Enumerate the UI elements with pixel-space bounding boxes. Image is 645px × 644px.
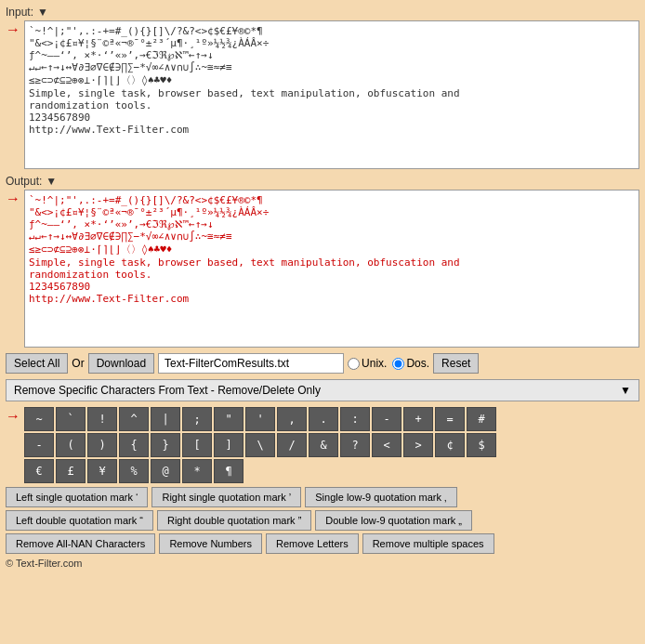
output-label: Output: ▼ xyxy=(6,175,639,188)
char-button[interactable]: : xyxy=(340,407,370,431)
char-button[interactable]: - xyxy=(24,433,54,457)
mode-dropdown-arrow: ▼ xyxy=(620,384,631,397)
toolbar: Select All Or Download Unix. Dos. Reset xyxy=(6,353,639,374)
action-button[interactable]: Remove Letters xyxy=(266,533,359,554)
select-all-button[interactable]: Select All xyxy=(6,353,68,374)
char-button[interactable]: ] xyxy=(214,433,244,457)
mode-dropdown-label: Remove Specific Characters From Text - R… xyxy=(14,384,321,397)
char-button[interactable]: & xyxy=(309,433,338,457)
unix-radio[interactable] xyxy=(348,358,360,370)
char-button[interactable]: £ xyxy=(56,459,86,483)
quote-button[interactable]: Right double quotation mark ” xyxy=(157,510,311,531)
char-button[interactable]: } xyxy=(151,433,180,457)
char-button[interactable]: ¥ xyxy=(87,459,117,483)
format-options: Unix. Dos. xyxy=(348,357,429,370)
quote-button[interactable]: Single low-9 quotation mark ‚ xyxy=(305,487,456,507)
char-row-3: €£¥%@*¶ xyxy=(24,459,639,483)
char-button[interactable]: ( xyxy=(56,433,86,457)
or-label: Or xyxy=(72,357,84,370)
quote-button[interactable]: Left double quotation mark “ xyxy=(6,510,153,531)
char-button[interactable]: { xyxy=(119,433,149,457)
char-button[interactable]: ~ xyxy=(24,407,54,431)
char-button[interactable]: - xyxy=(372,407,401,431)
dos-radio-label[interactable]: Dos. xyxy=(392,357,429,370)
download-button[interactable]: Download xyxy=(88,353,154,374)
char-button[interactable]: ^ xyxy=(119,407,149,431)
char-button[interactable]: $ xyxy=(467,433,496,457)
action-button[interactable]: Remove All-NAN Characters xyxy=(6,533,155,554)
input-dropdown-symbol[interactable]: ▼ xyxy=(37,6,48,19)
quote-button[interactable]: Left single quotation mark ‘ xyxy=(6,487,148,507)
char-button[interactable]: * xyxy=(182,459,212,483)
mode-dropdown[interactable]: Remove Specific Characters From Text - R… xyxy=(6,379,639,401)
char-button[interactable]: ¢ xyxy=(435,433,465,457)
quote-buttons-row1: Left single quotation mark ‘Right single… xyxy=(6,487,639,507)
action-button[interactable]: Remove Numbers xyxy=(159,533,262,554)
char-button[interactable]: ' xyxy=(245,407,275,431)
char-button[interactable]: + xyxy=(403,407,433,431)
char-row-1: ~`!^|;"',.:-+=# xyxy=(24,407,639,431)
char-button[interactable]: ` xyxy=(56,407,86,431)
char-button[interactable]: ) xyxy=(87,433,117,457)
char-button[interactable]: > xyxy=(403,433,433,457)
char-grid-wrapper: → ~`!^|;"',.:-+=# -(){}[]\/&?<>¢$ €£¥%@*… xyxy=(6,407,639,483)
char-button[interactable]: . xyxy=(309,407,338,431)
dos-radio[interactable] xyxy=(392,358,404,370)
char-button[interactable]: [ xyxy=(182,433,212,457)
char-grid: ~`!^|;"',.:-+=# -(){}[]\/&?<>¢$ €£¥%@*¶ xyxy=(24,407,639,483)
input-arrow: → xyxy=(6,22,20,37)
char-button[interactable]: ¶ xyxy=(214,459,244,483)
output-arrow: → xyxy=(6,191,20,206)
input-textarea[interactable] xyxy=(24,20,639,169)
char-button[interactable]: \ xyxy=(245,433,275,457)
copyright: © Text-Filter.com xyxy=(6,558,639,569)
char-button[interactable]: ! xyxy=(87,407,117,431)
filename-input[interactable] xyxy=(158,353,344,374)
quote-button[interactable]: Double low-9 quotation mark „ xyxy=(315,510,472,531)
char-button[interactable]: " xyxy=(214,407,244,431)
unix-radio-label[interactable]: Unix. xyxy=(348,357,387,370)
char-button[interactable]: @ xyxy=(151,459,180,483)
char-button[interactable]: , xyxy=(277,407,307,431)
char-button[interactable]: € xyxy=(24,459,54,483)
action-buttons-row: Remove All-NAN CharactersRemove NumbersR… xyxy=(6,533,639,554)
reset-button[interactable]: Reset xyxy=(433,353,479,374)
char-button[interactable]: % xyxy=(119,459,149,483)
char-button[interactable]: ; xyxy=(182,407,212,431)
char-row-2: -(){}[]\/&?<>¢$ xyxy=(24,433,639,457)
input-label: Input: ▼ xyxy=(6,6,639,19)
char-button[interactable]: | xyxy=(151,407,180,431)
char-button[interactable]: # xyxy=(467,407,496,431)
quote-buttons-row2: Left double quotation mark “Right double… xyxy=(6,510,639,531)
char-button[interactable]: ? xyxy=(340,433,370,457)
action-button[interactable]: Remove multiple spaces xyxy=(362,533,494,554)
char-button[interactable]: / xyxy=(277,433,307,457)
quote-button[interactable]: Right single quotation mark ’ xyxy=(151,487,301,507)
output-textarea[interactable] xyxy=(24,190,639,348)
output-dropdown-symbol[interactable]: ▼ xyxy=(46,175,57,188)
char-button[interactable]: = xyxy=(435,407,465,431)
char-grid-arrow: → xyxy=(6,409,20,424)
char-button[interactable]: < xyxy=(372,433,401,457)
